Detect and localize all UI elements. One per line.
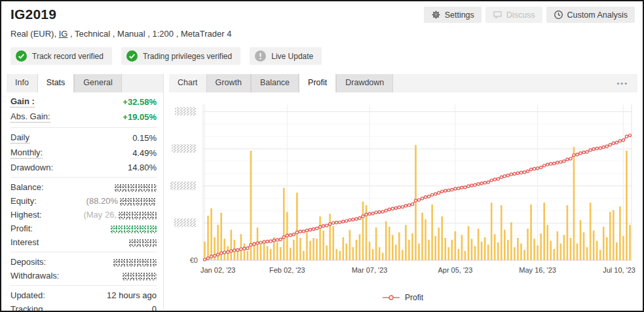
stat-label[interactable]: Abs. Gain: xyxy=(10,111,50,123)
custom-analysis-button-label: Custom Analysis xyxy=(567,10,628,20)
y-axis-censored-label xyxy=(172,144,197,153)
x-axis-label: Jul 10, '23 xyxy=(603,266,635,274)
stat-label[interactable]: Gain : xyxy=(10,96,35,107)
stats-separator xyxy=(10,252,157,252)
stat-row-tracking: Tracking0 xyxy=(10,302,157,312)
sidebar-tab-general[interactable]: General xyxy=(74,74,121,92)
stat-value: 14.80% xyxy=(128,163,157,172)
stat-value: 12 hours ago xyxy=(107,290,157,300)
stat-row-highest: Highest:(May 26, xyxy=(10,208,157,222)
stat-value xyxy=(113,257,157,267)
discuss-button[interactable]: Discuss xyxy=(485,7,542,23)
stat-value: 0 xyxy=(152,304,157,312)
stat-label: Highest: xyxy=(10,210,42,220)
y-axis-zero-label: €0 xyxy=(190,256,198,264)
badge-label: Live Update xyxy=(271,52,313,61)
y-axis-censored-label xyxy=(170,182,197,190)
profit-chart-svg[interactable]: €0Jan 02, '23Feb 02, '23Mar 07, '23Apr 0… xyxy=(170,96,637,288)
stat-value xyxy=(115,182,157,192)
stat-row-profit: Profit: xyxy=(10,222,157,235)
speech-bubble-icon xyxy=(493,10,502,20)
stat-value xyxy=(111,224,157,233)
chart-tab-chart[interactable]: Chart xyxy=(169,74,206,92)
sidebar-tab-info[interactable]: Info xyxy=(7,74,37,92)
stats-separator xyxy=(10,285,157,286)
settings-button-label: Settings xyxy=(445,10,474,20)
exclamation-circle-icon xyxy=(255,50,266,62)
stat-label: Withdrawals: xyxy=(10,271,59,281)
stat-value-prefix: (88.20% xyxy=(86,196,118,206)
stat-row-balance: Balance: xyxy=(10,180,157,194)
stat-label: Balance: xyxy=(10,182,44,192)
y-axis-censored-label xyxy=(174,218,197,227)
chart-menu-ellipsis[interactable]: ••• xyxy=(607,79,637,87)
stat-row-gain: Gain :+32.58% xyxy=(10,94,157,109)
stat-label[interactable]: Monthly: xyxy=(10,147,43,159)
stat-value-prefix: (May 26, xyxy=(83,210,117,220)
stat-label: Interest xyxy=(10,237,39,247)
chart-tab-growth[interactable]: Growth xyxy=(206,74,251,92)
x-axis-label: May 16, '23 xyxy=(519,266,556,274)
stat-row-deposits: Deposits: xyxy=(10,255,157,269)
verification-badges: Track record verifiedTrading privileges … xyxy=(10,47,634,65)
stat-value: (88.20% xyxy=(86,196,157,206)
sidebar-tabs: InfoStatsGeneral xyxy=(7,74,163,92)
stat-row-updated: Updated:12 hours ago xyxy=(10,288,157,302)
stat-value: (May 26, xyxy=(83,210,157,220)
stat-row-monthly: Monthly:4.49% xyxy=(10,146,157,161)
censored-value xyxy=(115,184,157,192)
chart-tabs: ChartGrowthBalanceProfitDrawdown••• xyxy=(169,74,637,92)
legend-label: Profit xyxy=(405,293,423,302)
clock-icon xyxy=(554,10,563,20)
broker-link[interactable]: IG xyxy=(59,29,68,39)
account-meta: Real (EUR), IG , Technical , Manual , 1:… xyxy=(10,29,634,39)
stat-label: Updated: xyxy=(10,290,45,300)
badge-label: Track record verified xyxy=(32,52,104,61)
stat-row-interest: Interest xyxy=(10,235,157,249)
badge-trading-privileges-verified: Trading privileges verified xyxy=(121,47,240,65)
account-page: IG2019 Settings xyxy=(0,0,644,312)
stat-label: Tracking xyxy=(10,304,43,312)
chart-panel: ChartGrowthBalanceProfitDrawdown••• €0Ja… xyxy=(169,74,637,309)
gear-icon xyxy=(431,10,441,20)
chart-tab-profit[interactable]: Profit xyxy=(299,74,336,92)
custom-analysis-button[interactable]: Custom Analysis xyxy=(546,7,635,23)
stats-sidebar: InfoStatsGeneral Gain :+32.58%Abs. Gain:… xyxy=(7,74,164,309)
stat-value: +19.05% xyxy=(123,112,157,122)
censored-value xyxy=(120,198,157,206)
badge-live-update: Live Update xyxy=(250,47,322,65)
stat-label: Equity: xyxy=(10,196,37,206)
badge-label: Trading privileges verified xyxy=(143,52,232,61)
stat-row-drawdown: Drawdown:14.80% xyxy=(10,161,157,174)
sidebar-tab-stats[interactable]: Stats xyxy=(37,74,75,92)
settings-button[interactable]: Settings xyxy=(424,7,482,23)
account-meta-prefix: Real (EUR), xyxy=(10,29,59,39)
check-circle-icon xyxy=(16,50,27,62)
main-content: InfoStatsGeneral Gain :+32.58%Abs. Gain:… xyxy=(1,74,643,309)
chart-tab-drawdown[interactable]: Drawdown xyxy=(336,74,393,92)
stat-label: Drawdown: xyxy=(10,163,53,172)
y-axis-censored-label xyxy=(175,107,197,115)
stat-label[interactable]: Daily xyxy=(10,132,29,144)
badge-track-record-verified: Track record verified xyxy=(10,47,112,65)
stats-list: Gain :+32.58%Abs. Gain:+19.05%Daily0.15%… xyxy=(7,92,163,312)
chart-tab-balance[interactable]: Balance xyxy=(251,74,299,92)
check-circle-icon xyxy=(126,50,138,62)
x-axis-label: Mar 07, '23 xyxy=(352,266,388,274)
censored-value xyxy=(123,273,157,281)
x-axis-label: Jan 02, '23 xyxy=(200,266,235,274)
header: IG2019 Settings xyxy=(1,1,643,65)
discuss-button-label: Discuss xyxy=(506,10,535,20)
censored-value xyxy=(113,259,157,267)
stat-value: +32.58% xyxy=(123,97,157,107)
stat-value xyxy=(123,271,157,281)
legend-profit[interactable]: Profit xyxy=(170,293,635,302)
stat-value: 4.49% xyxy=(132,148,157,158)
account-meta-suffix: , Technical , Manual , 1:200 , MetaTrade… xyxy=(67,29,231,39)
stat-value xyxy=(129,237,157,247)
censored-value xyxy=(119,212,157,220)
stat-label: Deposits: xyxy=(10,257,46,267)
legend-line-marker-icon xyxy=(382,294,400,301)
stat-row-equity: Equity:(88.20% xyxy=(10,194,157,208)
x-axis-label: Apr 05, '23 xyxy=(438,266,472,274)
